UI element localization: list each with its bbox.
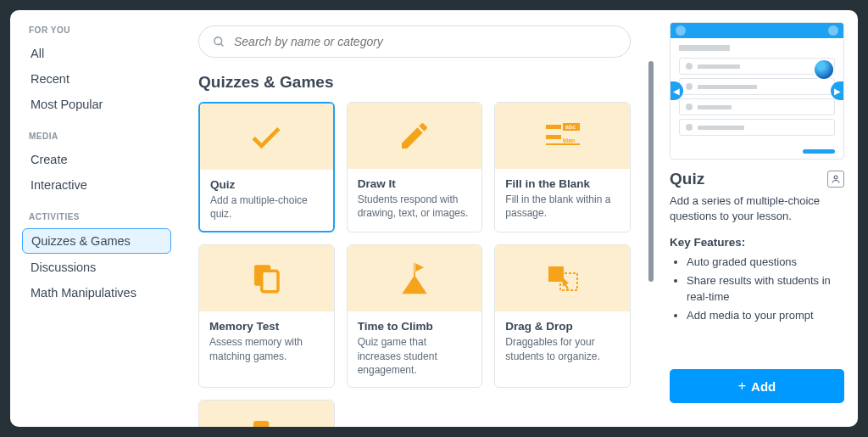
card-body: Time to Climb Quiz game that increases s… [348, 311, 482, 387]
app-container: FOR YOU All Recent Most Popular MEDIA Cr… [10, 10, 858, 427]
cards-icon [248, 261, 284, 296]
preview-option [679, 119, 835, 136]
card-desc: Draggables for your students to organize… [505, 335, 620, 362]
card-image: a [199, 401, 334, 427]
sidebar-item-label: Recent [31, 72, 70, 86]
activity-card-memory[interactable]: Memory Test Assess memory with matching … [198, 244, 335, 388]
panel-description: Add a series of multiple-choice question… [670, 193, 844, 224]
main-content: Quizzes & Games Quiz Add a multiple-choi… [183, 10, 646, 427]
preview-body [670, 38, 843, 146]
card-desc: Add a multiple-choice quiz. [210, 193, 323, 221]
sidebar-section-media: MEDIA Create Interactive [22, 132, 171, 197]
sidebar-item-math[interactable]: Math Manipulatives [22, 281, 171, 305]
svg-line-1 [220, 43, 223, 46]
card-image: abc blan [495, 103, 630, 169]
card-title: Quiz [210, 178, 323, 191]
svg-rect-5 [546, 135, 561, 139]
sidebar-section-activities: ACTIVITIES Quizzes & Games Discussions M… [22, 212, 171, 305]
section-heading: Quizzes & Games [198, 73, 631, 92]
activity-card-quiz[interactable]: Quiz Add a multiple-choice quiz. [198, 102, 335, 233]
sidebar-item-recent[interactable]: Recent [22, 67, 171, 91]
sidebar-section-for-you: FOR YOU All Recent Most Popular [22, 25, 171, 116]
card-body: Draw It Students respond with drawing, t… [348, 169, 482, 230]
preview-option [679, 78, 835, 95]
activity-card-drag-drop[interactable]: Drag & Drop Draggables for your students… [494, 244, 631, 388]
svg-text:abc: abc [565, 124, 576, 130]
activity-card-draw-it[interactable]: Draw It Students respond with drawing, t… [347, 102, 483, 233]
svg-rect-6 [546, 143, 580, 145]
drag-icon [543, 261, 582, 295]
sidebar-item-quizzes[interactable]: Quizzes & Games [22, 228, 171, 254]
sidebar-item-discussions[interactable]: Discussions [22, 255, 171, 279]
card-desc: Quiz game that increases student engagem… [358, 335, 472, 377]
feature-item: Auto graded questions [687, 254, 844, 271]
search-bar[interactable] [198, 25, 631, 58]
svg-point-15 [834, 176, 837, 179]
card-title: Time to Climb [358, 320, 472, 333]
card-body: Memory Test Assess memory with matching … [199, 311, 334, 373]
search-icon [213, 36, 225, 48]
sidebar: FOR YOU All Recent Most Popular MEDIA Cr… [10, 10, 183, 427]
check-icon [248, 118, 285, 155]
sidebar-item-label: Create [31, 153, 68, 166]
blank-icon: abc blan [542, 120, 583, 152]
scrollbar-thumb[interactable] [648, 61, 654, 282]
add-button[interactable]: + Add [670, 369, 844, 403]
preview-option [679, 58, 835, 75]
activity-card-partial[interactable]: a [198, 400, 335, 427]
activity-grid: Quiz Add a multiple-choice quiz. Draw It… [198, 102, 631, 427]
card-body: Quiz Add a multiple-choice quiz. [200, 170, 333, 231]
sidebar-item-most-popular[interactable]: Most Popular [22, 92, 171, 116]
activity-card-time-to-climb[interactable]: Time to Climb Quiz game that increases s… [347, 244, 483, 388]
preview-option [679, 98, 835, 115]
card-title: Fill in the Blank [505, 177, 620, 190]
card-desc: Students respond with drawing, text, or … [358, 193, 472, 220]
card-image [348, 103, 482, 169]
card-desc: Fill in the blank within a passage. [505, 193, 620, 220]
features-list: Auto graded questions Share results with… [670, 254, 844, 325]
sidebar-item-interactive[interactable]: Interactive [22, 173, 171, 197]
features-heading: Key Features: [670, 236, 844, 249]
plus-icon: + [738, 378, 746, 394]
preview-topbar [670, 23, 843, 38]
card-image [495, 245, 630, 311]
help-icon [676, 25, 686, 36]
sidebar-item-label: Interactive [31, 178, 87, 192]
preview-progress [803, 149, 835, 154]
panel-title-row: Quiz [670, 170, 844, 188]
student-paced-icon[interactable] [827, 171, 844, 188]
svg-rect-9 [262, 272, 278, 293]
sidebar-item-label: Discussions [31, 261, 96, 274]
sidebar-heading-media: MEDIA [22, 132, 171, 141]
details-panel: ◀ ▶ Quiz Add a series of multiple-choice… [656, 10, 858, 427]
preview-thumbnail: ◀ ▶ [670, 22, 844, 160]
sidebar-item-label: All [31, 47, 44, 60]
svg-point-0 [214, 36, 222, 44]
card-image [348, 245, 482, 311]
sidebar-heading-activities: ACTIVITIES [22, 212, 171, 221]
pencil-icon [398, 119, 431, 153]
sidebar-heading-for-you: FOR YOU [22, 25, 171, 35]
card-body: Drag & Drop Draggables for your students… [495, 311, 630, 373]
card-title: Drag & Drop [505, 320, 620, 333]
activity-card-fill-blank[interactable]: abc blan Fill in the Blank Fill in the b… [494, 102, 631, 233]
card-desc: Assess memory with matching games. [209, 335, 324, 362]
card-title: Draw It [358, 177, 472, 190]
sidebar-item-label: Math Manipulatives [31, 286, 136, 300]
globe-icon [815, 60, 833, 79]
sidebar-item-label: Quizzes & Games [31, 234, 131, 248]
scrollbar[interactable] [648, 61, 654, 427]
flag-icon [396, 260, 433, 297]
svg-rect-2 [546, 125, 561, 129]
card-image [200, 104, 333, 170]
preview-nav-right-icon: ▶ [831, 81, 844, 100]
feature-item: Share results with students in real-time [687, 272, 844, 305]
sidebar-item-create[interactable]: Create [22, 148, 171, 171]
search-input[interactable] [234, 35, 616, 48]
sidebar-item-label: Most Popular [31, 98, 103, 111]
card-image [199, 245, 334, 311]
translate-icon: a [249, 417, 283, 427]
card-body: Fill in the Blank Fill in the blank with… [495, 169, 630, 230]
svg-text:blan: blan [563, 137, 575, 143]
sidebar-item-all[interactable]: All [22, 42, 171, 65]
